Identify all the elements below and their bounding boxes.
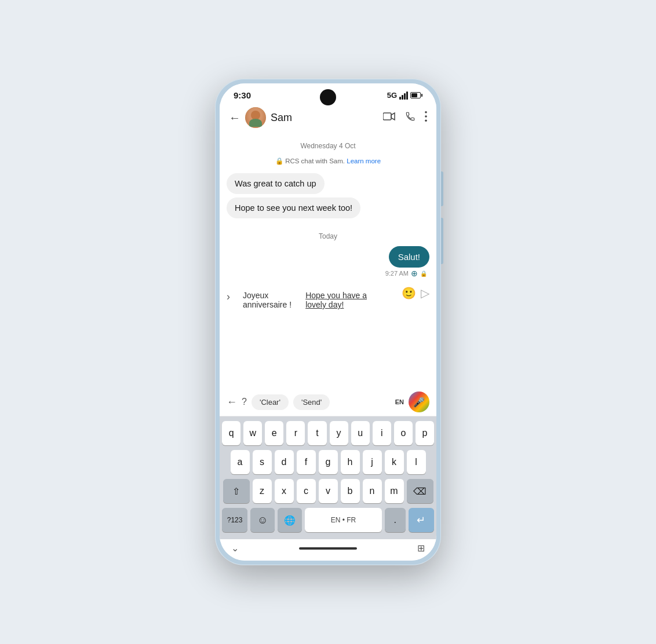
key-y[interactable]: y (330, 421, 348, 445)
expand-compose-icon[interactable]: › (227, 286, 230, 303)
today-divider: Today (220, 223, 436, 245)
key-h[interactable]: h (341, 450, 360, 474)
key-i[interactable]: i (373, 421, 391, 445)
keyboard-row-1: q w e r t y u i o p (222, 421, 434, 445)
signal-bar-2 (402, 95, 403, 100)
phone-screen: 9:30 5G ← (220, 83, 436, 561)
send-button[interactable]: ▷ (421, 286, 429, 300)
key-g[interactable]: g (319, 450, 338, 474)
svg-point-3 (425, 119, 427, 122)
key-f[interactable]: f (297, 450, 316, 474)
key-k[interactable]: k (385, 450, 404, 474)
rcs-text: RCS chat with Sam. (285, 158, 345, 164)
smart-reply-chip-1[interactable]: 'Clear' (252, 394, 289, 410)
smart-reply-chip-2[interactable]: 'Send' (293, 394, 330, 410)
key-l[interactable]: l (407, 450, 426, 474)
battery-tip (421, 94, 422, 97)
more-options-icon[interactable] (425, 111, 427, 125)
video-call-icon[interactable] (383, 112, 396, 124)
phone-device: 9:30 5G ← (215, 79, 441, 565)
key-z[interactable]: z (253, 479, 272, 503)
key-emoji[interactable]: ☺ (250, 508, 275, 532)
key-symbols[interactable]: ?123 (222, 508, 247, 532)
key-backspace[interactable]: ⌫ (407, 479, 433, 503)
keyboard-toggle-button[interactable]: ⊞ (417, 543, 425, 554)
key-q[interactable]: q (222, 421, 240, 445)
smart-reply-help-icon[interactable]: ? (242, 397, 247, 407)
input-text-underline: Hope you have a lovely day! (305, 291, 389, 309)
emoji-button[interactable]: 🙂 (402, 286, 416, 300)
signal-bar-4 (406, 92, 408, 100)
message-meta: 9:27 AM ⊕ 🔒 (227, 269, 429, 278)
contact-avatar[interactable] (245, 107, 266, 128)
date-divider: Wednesday 4 Oct (220, 133, 436, 155)
input-right-icons: 🙂 ▷ (402, 286, 429, 300)
key-p[interactable]: p (416, 421, 434, 445)
keyboard-row-3: ⇧ z x c v b n m ⌫ (222, 479, 434, 503)
svg-point-2 (425, 115, 427, 118)
key-shift[interactable]: ⇧ (223, 479, 250, 503)
phone-bottom-bar: ⌄ ⊞ (220, 539, 436, 561)
message-bubble-sent-1: Salut! (389, 246, 429, 268)
key-e[interactable]: e (265, 421, 283, 445)
microphone-icon: 🎤 (413, 397, 425, 408)
learn-more-link[interactable]: Learn more (347, 158, 381, 164)
status-icons: 5G (387, 91, 422, 100)
back-button[interactable]: ← (229, 111, 240, 125)
key-globe[interactable]: 🌐 (278, 508, 302, 532)
svg-point-1 (425, 111, 427, 114)
message-bubble-received-1: Was great to catch up (227, 173, 325, 194)
key-a[interactable]: a (231, 450, 250, 474)
keyboard-hide-button[interactable]: ⌄ (231, 543, 239, 554)
key-enter[interactable]: ↵ (409, 508, 434, 532)
key-n[interactable]: n (363, 479, 382, 503)
keyboard-row-4: ?123 ☺ 🌐 EN • FR . ↵ (222, 508, 434, 532)
key-c[interactable]: c (297, 479, 316, 503)
key-s[interactable]: s (253, 450, 272, 474)
smart-reply-bar: ← ? 'Clear' 'Send' EN 🎤 (220, 388, 436, 416)
key-d[interactable]: d (275, 450, 294, 474)
message-time: 9:27 AM (385, 270, 409, 277)
received-messages: Was great to catch up Hope to see you ne… (220, 172, 436, 223)
lock-icon: 🔒 (275, 158, 283, 164)
battery-fill (411, 93, 417, 97)
app-header: ← Sam (220, 103, 436, 133)
key-b[interactable]: b (341, 479, 360, 503)
rcs-info: 🔒 RCS chat with Sam. Learn more (220, 155, 436, 172)
key-space[interactable]: EN • FR (305, 508, 382, 532)
language-badge: EN (395, 398, 404, 405)
key-v[interactable]: v (319, 479, 338, 503)
header-right (383, 111, 427, 125)
keyboard: q w e r t y u i o p a s d f g h j k (220, 416, 436, 539)
key-u[interactable]: u (351, 421, 370, 445)
key-r[interactable]: r (286, 421, 305, 445)
key-t[interactable]: t (308, 421, 326, 445)
battery-icon (410, 92, 422, 98)
signal-bar-1 (399, 97, 401, 100)
home-indicator (299, 547, 357, 550)
svg-rect-0 (383, 113, 391, 120)
signal-bar-3 (404, 93, 406, 100)
phone-call-icon[interactable] (405, 111, 416, 125)
chat-area: Wednesday 4 Oct 🔒 RCS chat with Sam. Lea… (220, 133, 436, 388)
key-j[interactable]: j (363, 450, 382, 474)
key-x[interactable]: x (275, 479, 294, 503)
mic-button[interactable]: 🎤 (409, 391, 429, 412)
message-input-field[interactable]: Joyeux anniversaire ! Hope you have a lo… (235, 286, 397, 314)
signal-bars (399, 92, 408, 100)
camera-notch (320, 89, 336, 105)
smart-reply-back-button[interactable]: ← (227, 396, 237, 408)
key-o[interactable]: o (394, 421, 413, 445)
contact-name[interactable]: Sam (271, 112, 292, 124)
keyboard-row-2: a s d f g h j k l (222, 450, 434, 474)
battery-body (410, 92, 421, 98)
status-time: 9:30 (234, 90, 251, 100)
key-m[interactable]: m (385, 479, 404, 503)
key-w[interactable]: w (243, 421, 262, 445)
key-period[interactable]: . (385, 508, 406, 532)
message-bubble-received-2: Hope to see you next week too! (227, 197, 360, 218)
read-receipt: ⊕ (411, 269, 418, 278)
network-indicator: 5G (387, 91, 397, 100)
header-left: ← Sam (229, 107, 292, 128)
compose-area: › Joyeux anniversaire ! Hope you have a … (220, 284, 436, 319)
